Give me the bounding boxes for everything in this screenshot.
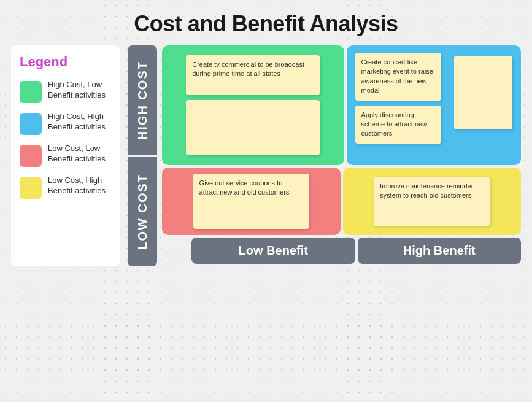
legend-item-red: Low Cost, Low Benefit activities	[20, 144, 112, 167]
sticky-note-discount: Apply discounting scheme to attract new …	[355, 106, 441, 144]
legend-color-blue	[20, 113, 42, 135]
chart-area: High Cost Low Cost Create tv commercial …	[128, 45, 521, 266]
x-label-high-benefit: High Benefit	[358, 238, 522, 264]
cell-bottom-right: Improve maintenance reminder system to r…	[343, 168, 522, 235]
legend-label-green: High Cost, Low Benefit activities	[48, 80, 112, 101]
legend-color-yellow	[20, 177, 42, 199]
sticky-note-concert: Create concert like marketing event to r…	[355, 53, 441, 101]
x-label-low-benefit: Low Benefit	[191, 238, 355, 264]
sticky-note-blue-tall	[454, 56, 512, 129]
grid-area: Create tv commercial to be broadcast dur…	[162, 45, 521, 235]
y-label-low-cost: Low Cost	[128, 157, 157, 266]
sticky-note-coupons: Give out service coupons to attract new …	[193, 174, 309, 229]
grid-row-top: Create tv commercial to be broadcast dur…	[162, 45, 521, 165]
page-title: Cost and Benefit Analysis	[0, 0, 532, 45]
legend-panel: Legend High Cost, Low Benefit activities…	[11, 45, 120, 266]
cell-bottom-left: Give out service coupons to attract new …	[162, 168, 341, 235]
x-axis: Low Benefit High Benefit	[191, 238, 521, 266]
cell-top-left: Create tv commercial to be broadcast dur…	[162, 45, 344, 165]
sticky-note-maintenance: Improve maintenance reminder system to r…	[374, 177, 490, 226]
legend-color-red	[20, 145, 42, 167]
legend-title: Legend	[20, 54, 112, 70]
legend-item-blue: High Cost, High Benefit activities	[20, 112, 112, 135]
cell-top-right: Create concert like marketing event to r…	[347, 45, 522, 165]
legend-item-green: High Cost, Low Benefit activities	[20, 80, 112, 103]
legend-color-green	[20, 81, 42, 103]
legend-label-blue: High Cost, High Benefit activities	[48, 112, 112, 133]
y-label-high-cost: High Cost	[128, 45, 157, 155]
legend-item-yellow: Low Cost, High Benefit activities	[20, 176, 112, 199]
legend-label-red: Low Cost, Low Benefit activities	[48, 144, 112, 164]
sticky-note-green-blank	[186, 100, 320, 155]
sticky-note-tv-commercial: Create tv commercial to be broadcast dur…	[186, 55, 320, 95]
grid-row-bottom: Give out service coupons to attract new …	[162, 168, 521, 235]
y-axis: High Cost Low Cost	[128, 45, 157, 266]
legend-label-yellow: Low Cost, High Benefit activities	[48, 176, 112, 196]
